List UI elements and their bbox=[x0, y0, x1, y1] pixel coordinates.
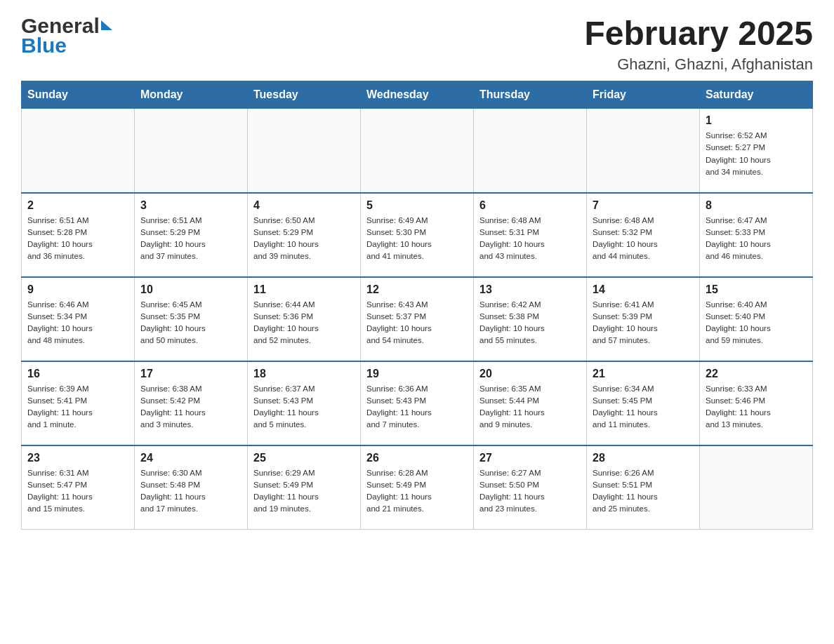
calendar-cell: 9Sunrise: 6:46 AM Sunset: 5:34 PM Daylig… bbox=[22, 277, 135, 361]
day-number: 12 bbox=[366, 283, 468, 296]
calendar-cell: 12Sunrise: 6:43 AM Sunset: 5:37 PM Dayli… bbox=[361, 277, 474, 361]
calendar-cell bbox=[474, 109, 587, 193]
day-info: Sunrise: 6:48 AM Sunset: 5:32 PM Dayligh… bbox=[593, 215, 694, 263]
calendar-header-tuesday: Tuesday bbox=[248, 81, 361, 109]
calendar-header-monday: Monday bbox=[135, 81, 248, 109]
day-number: 22 bbox=[706, 368, 807, 380]
calendar-cell: 8Sunrise: 6:47 AM Sunset: 5:33 PM Daylig… bbox=[700, 193, 813, 277]
day-info: Sunrise: 6:29 AM Sunset: 5:49 PM Dayligh… bbox=[253, 467, 355, 516]
day-number: 25 bbox=[253, 452, 355, 464]
day-info: Sunrise: 6:37 AM Sunset: 5:43 PM Dayligh… bbox=[253, 383, 355, 431]
calendar-cell: 27Sunrise: 6:27 AM Sunset: 5:50 PM Dayli… bbox=[474, 445, 587, 530]
day-number: 14 bbox=[593, 283, 694, 296]
day-info: Sunrise: 6:31 AM Sunset: 5:47 PM Dayligh… bbox=[27, 467, 128, 516]
day-info: Sunrise: 6:48 AM Sunset: 5:31 PM Dayligh… bbox=[479, 215, 581, 263]
calendar-week-row: 23Sunrise: 6:31 AM Sunset: 5:47 PM Dayli… bbox=[22, 445, 813, 530]
calendar-header-row: SundayMondayTuesdayWednesdayThursdayFrid… bbox=[22, 81, 813, 109]
day-info: Sunrise: 6:43 AM Sunset: 5:37 PM Dayligh… bbox=[366, 299, 468, 347]
day-info: Sunrise: 6:41 AM Sunset: 5:39 PM Dayligh… bbox=[593, 299, 694, 347]
day-number: 8 bbox=[706, 199, 807, 212]
calendar-cell: 7Sunrise: 6:48 AM Sunset: 5:32 PM Daylig… bbox=[587, 193, 700, 277]
day-number: 17 bbox=[140, 368, 241, 380]
day-number: 16 bbox=[27, 368, 128, 380]
page-header: General Blue February 2025 Ghazni, Ghazn… bbox=[21, 14, 813, 74]
title-area: February 2025 Ghazni, Ghazni, Afghanista… bbox=[584, 14, 813, 74]
calendar-cell: 18Sunrise: 6:37 AM Sunset: 5:43 PM Dayli… bbox=[248, 361, 361, 445]
calendar-cell: 28Sunrise: 6:26 AM Sunset: 5:51 PM Dayli… bbox=[587, 445, 700, 530]
day-number: 20 bbox=[479, 368, 581, 380]
day-number: 6 bbox=[479, 199, 581, 212]
day-number: 2 bbox=[27, 199, 128, 212]
day-info: Sunrise: 6:50 AM Sunset: 5:29 PM Dayligh… bbox=[253, 215, 355, 263]
calendar-cell: 24Sunrise: 6:30 AM Sunset: 5:48 PM Dayli… bbox=[135, 445, 248, 530]
day-number: 23 bbox=[27, 452, 128, 464]
calendar-cell bbox=[361, 109, 474, 193]
logo: General Blue bbox=[21, 14, 112, 58]
day-info: Sunrise: 6:49 AM Sunset: 5:30 PM Dayligh… bbox=[366, 215, 468, 263]
calendar-week-row: 9Sunrise: 6:46 AM Sunset: 5:34 PM Daylig… bbox=[22, 277, 813, 361]
day-number: 11 bbox=[253, 283, 355, 296]
calendar-header-friday: Friday bbox=[587, 81, 700, 109]
day-number: 9 bbox=[27, 283, 128, 296]
day-number: 26 bbox=[366, 452, 468, 464]
day-number: 3 bbox=[140, 199, 241, 212]
day-number: 4 bbox=[253, 199, 355, 212]
calendar-cell: 26Sunrise: 6:28 AM Sunset: 5:49 PM Dayli… bbox=[361, 445, 474, 530]
calendar-cell: 20Sunrise: 6:35 AM Sunset: 5:44 PM Dayli… bbox=[474, 361, 587, 445]
logo-blue-text: Blue bbox=[21, 34, 67, 57]
day-number: 18 bbox=[253, 368, 355, 380]
day-number: 15 bbox=[706, 283, 807, 296]
day-info: Sunrise: 6:44 AM Sunset: 5:36 PM Dayligh… bbox=[253, 299, 355, 347]
day-number: 13 bbox=[479, 283, 581, 296]
calendar-cell: 14Sunrise: 6:41 AM Sunset: 5:39 PM Dayli… bbox=[587, 277, 700, 361]
day-info: Sunrise: 6:51 AM Sunset: 5:29 PM Dayligh… bbox=[140, 215, 241, 263]
day-number: 10 bbox=[140, 283, 241, 296]
day-info: Sunrise: 6:28 AM Sunset: 5:49 PM Dayligh… bbox=[366, 467, 468, 516]
calendar-cell: 4Sunrise: 6:50 AM Sunset: 5:29 PM Daylig… bbox=[248, 193, 361, 277]
day-number: 19 bbox=[366, 368, 468, 380]
calendar-cell: 10Sunrise: 6:45 AM Sunset: 5:35 PM Dayli… bbox=[135, 277, 248, 361]
day-number: 5 bbox=[366, 199, 468, 212]
day-info: Sunrise: 6:47 AM Sunset: 5:33 PM Dayligh… bbox=[706, 215, 807, 263]
day-info: Sunrise: 6:45 AM Sunset: 5:35 PM Dayligh… bbox=[140, 299, 241, 347]
day-info: Sunrise: 6:46 AM Sunset: 5:34 PM Dayligh… bbox=[27, 299, 128, 347]
day-info: Sunrise: 6:51 AM Sunset: 5:28 PM Dayligh… bbox=[27, 215, 128, 263]
day-number: 28 bbox=[593, 452, 694, 464]
day-number: 27 bbox=[479, 452, 581, 464]
calendar-header-thursday: Thursday bbox=[474, 81, 587, 109]
calendar-cell: 16Sunrise: 6:39 AM Sunset: 5:41 PM Dayli… bbox=[22, 361, 135, 445]
calendar-cell bbox=[22, 109, 135, 193]
day-info: Sunrise: 6:42 AM Sunset: 5:38 PM Dayligh… bbox=[479, 299, 581, 347]
day-number: 24 bbox=[140, 452, 241, 464]
day-number: 7 bbox=[593, 199, 694, 212]
day-number: 1 bbox=[706, 114, 807, 127]
calendar-cell: 5Sunrise: 6:49 AM Sunset: 5:30 PM Daylig… bbox=[361, 193, 474, 277]
day-info: Sunrise: 6:36 AM Sunset: 5:43 PM Dayligh… bbox=[366, 383, 468, 431]
day-info: Sunrise: 6:26 AM Sunset: 5:51 PM Dayligh… bbox=[593, 467, 694, 516]
calendar-cell: 13Sunrise: 6:42 AM Sunset: 5:38 PM Dayli… bbox=[474, 277, 587, 361]
calendar-cell: 15Sunrise: 6:40 AM Sunset: 5:40 PM Dayli… bbox=[700, 277, 813, 361]
day-info: Sunrise: 6:30 AM Sunset: 5:48 PM Dayligh… bbox=[140, 467, 241, 516]
day-info: Sunrise: 6:52 AM Sunset: 5:27 PM Dayligh… bbox=[706, 130, 807, 178]
calendar-table: SundayMondayTuesdayWednesdayThursdayFrid… bbox=[21, 81, 813, 530]
day-info: Sunrise: 6:38 AM Sunset: 5:42 PM Dayligh… bbox=[140, 383, 241, 431]
calendar-header-wednesday: Wednesday bbox=[361, 81, 474, 109]
day-info: Sunrise: 6:34 AM Sunset: 5:45 PM Dayligh… bbox=[593, 383, 694, 431]
calendar-cell: 6Sunrise: 6:48 AM Sunset: 5:31 PM Daylig… bbox=[474, 193, 587, 277]
logo-arrow-icon bbox=[101, 20, 112, 30]
calendar-cell: 17Sunrise: 6:38 AM Sunset: 5:42 PM Dayli… bbox=[135, 361, 248, 445]
calendar-cell bbox=[700, 445, 813, 530]
calendar-cell: 11Sunrise: 6:44 AM Sunset: 5:36 PM Dayli… bbox=[248, 277, 361, 361]
calendar-cell: 2Sunrise: 6:51 AM Sunset: 5:28 PM Daylig… bbox=[22, 193, 135, 277]
calendar-cell bbox=[248, 109, 361, 193]
calendar-header-sunday: Sunday bbox=[22, 81, 135, 109]
calendar-cell: 19Sunrise: 6:36 AM Sunset: 5:43 PM Dayli… bbox=[361, 361, 474, 445]
calendar-cell: 25Sunrise: 6:29 AM Sunset: 5:49 PM Dayli… bbox=[248, 445, 361, 530]
day-info: Sunrise: 6:39 AM Sunset: 5:41 PM Dayligh… bbox=[27, 383, 128, 431]
calendar-header-saturday: Saturday bbox=[700, 81, 813, 109]
calendar-cell: 22Sunrise: 6:33 AM Sunset: 5:46 PM Dayli… bbox=[700, 361, 813, 445]
month-title: February 2025 bbox=[584, 14, 813, 53]
calendar-cell bbox=[587, 109, 700, 193]
calendar-week-row: 1Sunrise: 6:52 AM Sunset: 5:27 PM Daylig… bbox=[22, 109, 813, 193]
calendar-week-row: 2Sunrise: 6:51 AM Sunset: 5:28 PM Daylig… bbox=[22, 193, 813, 277]
